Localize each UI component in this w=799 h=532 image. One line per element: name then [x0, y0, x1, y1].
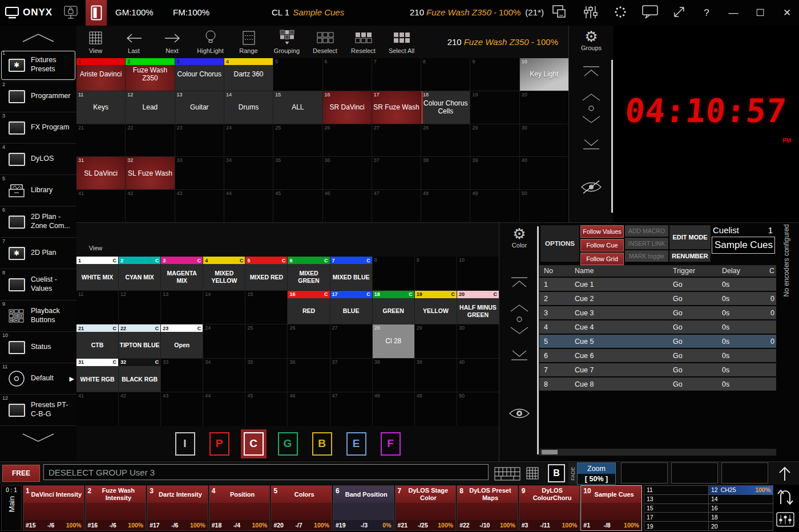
group-cell-45[interactable]: 45 — [273, 190, 322, 222]
group-cell-29[interactable]: 29 — [470, 124, 519, 157]
scroll-center-icon[interactable] — [515, 316, 523, 324]
help-icon[interactable]: ? — [700, 7, 713, 19]
playback-5[interactable]: 5 Colors #20 -/7 100% — [271, 485, 332, 531]
preset-cell-42[interactable]: 42 — [119, 392, 160, 426]
command-slot[interactable] — [721, 462, 768, 484]
playback-slot-11[interactable]: 11 — [644, 486, 708, 494]
maximize-icon[interactable]: ☐ — [754, 7, 766, 19]
command-slot[interactable] — [671, 462, 718, 484]
scroll-bottom-icon[interactable] — [507, 349, 531, 363]
group-cell-11[interactable]: 11Keys — [76, 91, 125, 124]
group-cell-41[interactable]: 41 — [76, 190, 125, 222]
scroll-top-icon[interactable] — [579, 65, 603, 79]
free-button[interactable]: FREE — [2, 465, 40, 482]
preset-cell-48[interactable]: 48 — [373, 392, 414, 426]
expand-icon[interactable] — [672, 5, 686, 21]
command-line-input[interactable]: DESELECT GROUP User 3 — [43, 464, 489, 480]
group-cell-18[interactable]: 18Colour Chorus Cells — [421, 91, 470, 124]
preset-cell-5[interactable]: 5C MIXED RED — [245, 257, 287, 290]
follow-cue-button[interactable]: Follow Cue — [580, 239, 624, 251]
cue-row-8[interactable]: 8 Cue 8 Go 0s — [539, 377, 776, 391]
cue-row-4[interactable]: 4 Cue 4 Go 0s — [539, 320, 776, 334]
group-cell-44[interactable]: 44 — [224, 190, 273, 222]
preset-cell-39[interactable]: 39 — [415, 359, 457, 392]
preset-cell-40[interactable]: 40 — [457, 359, 499, 392]
scroll-down-icon[interactable] — [579, 115, 603, 127]
playback-page-indicator[interactable]: 0 : 1 Main — [1, 485, 22, 531]
group-cell-7[interactable]: 7 — [372, 58, 421, 91]
preset-cell-46[interactable]: 46 — [288, 392, 329, 426]
b-key-button[interactable]: B — [548, 464, 565, 482]
group-cell-43[interactable]: 43 — [175, 190, 224, 222]
group-cell-42[interactable]: 42 — [126, 190, 174, 222]
group-cell-9[interactable]: 9 — [470, 58, 519, 91]
group-cell-26[interactable]: 26 — [323, 124, 372, 157]
toolbar-range-button[interactable]: Range — [229, 26, 268, 58]
group-cell-2[interactable]: 2Fuze Wash Z350 — [126, 58, 174, 91]
eye-icon[interactable] — [507, 407, 531, 422]
filter-p-button[interactable]: P — [207, 429, 232, 458]
mark-toggle-button[interactable]: MARK toggle — [625, 250, 668, 262]
preset-cell-23[interactable]: 23C Open — [161, 324, 203, 358]
group-cell-50[interactable]: 50 — [520, 190, 568, 222]
group-cell-47[interactable]: 47 — [372, 190, 421, 222]
playback-1[interactable]: 1 DaVinci Intensity #15 -/6 100% — [23, 485, 84, 531]
preset-cell-21[interactable]: 21C CTB — [76, 324, 118, 358]
preset-cell-19[interactable]: 19C YELLOW — [415, 291, 457, 324]
preset-cell-3[interactable]: 3C MAGENTA MIX — [161, 257, 203, 290]
color-settings-button[interactable]: ⚙ Color — [499, 223, 539, 249]
group-cell-14[interactable]: 14Drums — [224, 91, 273, 124]
group-cell-34[interactable]: 34 — [224, 157, 273, 189]
group-cell-35[interactable]: 35 — [273, 157, 322, 189]
lock-screen-icon[interactable] — [63, 5, 79, 22]
scroll-up-icon[interactable] — [579, 92, 603, 104]
playback-slot-16[interactable]: 16 — [709, 504, 773, 513]
group-cell-25[interactable]: 25 — [273, 124, 322, 157]
group-cell-3[interactable]: 3Colour Chorus — [175, 58, 224, 91]
group-cell-31[interactable]: 31SL DaVinci — [76, 157, 125, 189]
preset-cell-6[interactable]: 6C MIXED GREEN — [288, 257, 329, 290]
zoom-box[interactable]: Zoom [ 50% ] — [577, 462, 616, 485]
preset-cell-2[interactable]: 2C CYAN MIX — [119, 257, 160, 290]
preset-cell-34[interactable]: 34 — [203, 359, 245, 392]
preset-cell-27[interactable]: 27 — [330, 324, 372, 358]
toolbar-last-button[interactable]: Last — [115, 26, 153, 58]
preset-cell-12[interactable]: 12 — [119, 291, 160, 324]
close-icon[interactable]: ✕ — [781, 7, 793, 19]
command-slot[interactable] — [621, 462, 668, 484]
preset-cell-7[interactable]: 7C MIXED BLUE — [330, 257, 372, 290]
group-cell-15[interactable]: 15ALL — [273, 91, 322, 124]
group-cell-49[interactable]: 49 — [470, 190, 519, 222]
group-cell-37[interactable]: 37 — [372, 157, 421, 189]
group-cell-13[interactable]: 13Guitar — [175, 91, 224, 124]
groups-scrollbar[interactable] — [611, 60, 613, 213]
cuelist-scrollbar[interactable] — [539, 449, 776, 456]
preset-cell-26[interactable]: 26 — [288, 324, 329, 358]
group-cell-30[interactable]: 30 — [520, 124, 568, 157]
mini-grid-icon[interactable] — [526, 467, 539, 481]
playback-9[interactable]: 9 DyLOS ColourChoru #3 -/11 100% — [519, 485, 580, 531]
preset-cell-22[interactable]: 22C TIPTON BLUE — [119, 324, 160, 358]
preset-cell-38[interactable]: 38 — [373, 359, 414, 392]
toolbar-deselect-button[interactable]: Deselect — [306, 26, 344, 58]
playback-slot-14[interactable]: 14 — [709, 495, 773, 503]
preset-cell-32[interactable]: 32C BLACK RGB — [119, 359, 160, 392]
preset-cell-13[interactable]: 13 — [161, 291, 203, 324]
preset-cell-37[interactable]: 37 — [330, 359, 372, 392]
group-cell-5[interactable]: 5 — [273, 58, 322, 91]
follow-grid-button[interactable]: Follow Grid — [580, 253, 624, 265]
add-macro-button[interactable]: ADD MACRO — [625, 225, 668, 237]
grand-master-level[interactable]: GM:100% — [115, 7, 154, 17]
cuelist-name-input[interactable]: Sample Cues — [712, 237, 775, 254]
playback-slot-20[interactable]: 20 — [709, 522, 773, 530]
sidebar-item-2d-plan[interactable]: 7 ✱ 2D Plan — [0, 238, 76, 269]
playback-7[interactable]: 7 DyLOS Stage Color #21 -/25 100% — [395, 485, 457, 531]
sidebar-item-library[interactable]: 5 Library — [0, 175, 76, 206]
filter-i-button[interactable]: I — [172, 429, 198, 458]
mixer-icon[interactable] — [583, 5, 599, 21]
toolbar-view-button[interactable]: View — [76, 26, 115, 58]
group-cell-27[interactable]: 27 — [372, 124, 421, 157]
insert-link-button[interactable]: INSERT LINK — [625, 238, 668, 249]
preset-cell-20[interactable]: 20C HALF MINUS GREEN — [457, 291, 499, 324]
preset-cell-14[interactable]: 14 — [203, 291, 245, 324]
